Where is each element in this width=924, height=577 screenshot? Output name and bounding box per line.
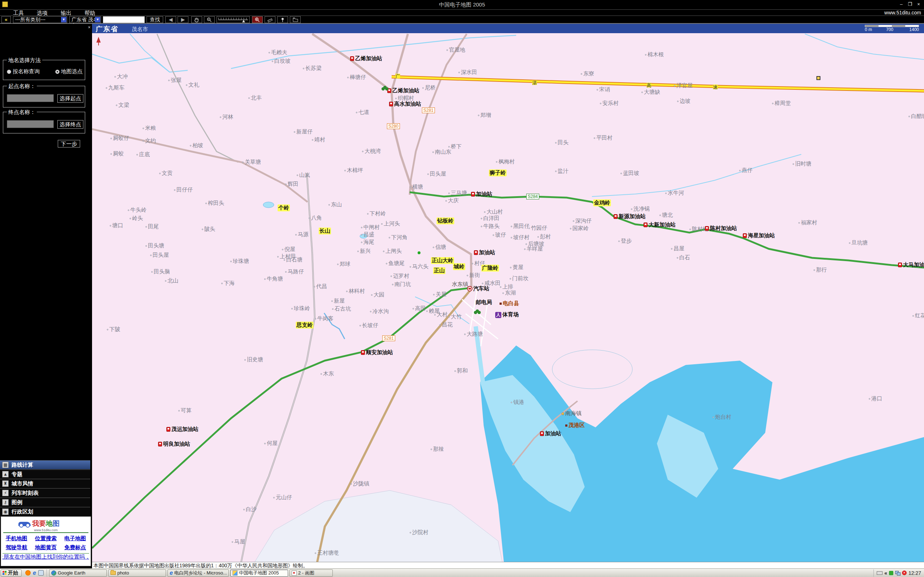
map-place-label: 马六头 [410, 263, 428, 270]
map-place-label: 水牛河 [665, 190, 684, 197]
taskbar-task-中国电子地图 2005[interactable]: 中国电子地图 2005 [230, 569, 288, 577]
promo-link-免费标点[interactable]: 免费标点 [64, 544, 86, 551]
place-dot-icon [362, 151, 363, 152]
network-icon[interactable] [895, 571, 900, 575]
place-dot-icon [392, 284, 393, 285]
menu-选项[interactable]: 选项 [37, 10, 48, 16]
gas-station-marker: 加油站 [474, 249, 495, 256]
map-place-label: 屙蛟 [110, 150, 124, 157]
antivirus-icon[interactable] [889, 571, 893, 575]
task-label: 2 - 画图 [298, 570, 314, 576]
taskbar-task-电白同乡论坛 - Microso...[interactable]: e电白同乡论坛 - Microso... [168, 569, 229, 577]
promo-link-位置搜索[interactable]: 位置搜索 [35, 535, 57, 542]
minimize-button[interactable]: – [897, 2, 905, 8]
measure-ruler-icon[interactable] [265, 16, 275, 23]
select-start-button[interactable]: 选择起点 [57, 94, 83, 103]
promo-link-地图黄页[interactable]: 地图黄页 [35, 544, 57, 551]
accordion-item-路线计算[interactable]: ▦路线计算 [0, 460, 90, 469]
folder-icon[interactable] [290, 16, 300, 23]
find-button[interactable]: 查找 [147, 16, 163, 23]
taskbar-task-Google Earth[interactable]: Google Earth [49, 569, 107, 577]
zoom-in-icon[interactable] [252, 16, 263, 23]
promo-link-手机地图[interactable]: 手机地图 [6, 535, 27, 542]
map-place-label: 旧史塘 [244, 356, 263, 363]
logo: 我要地图 www.51ditu.com [1, 517, 90, 531]
hill-label: 正山 [433, 267, 446, 274]
media-player-icon[interactable] [25, 570, 31, 575]
menu-工具[interactable]: 工具 [13, 10, 24, 16]
end-point-input[interactable] [7, 120, 54, 128]
forward-button[interactable]: ▶ [178, 16, 188, 23]
site-link[interactable]: www.51ditu.com [884, 10, 921, 16]
collapse-sidebar-button[interactable]: « [2, 16, 11, 23]
pan-hand-icon[interactable] [191, 16, 202, 23]
next-step-button[interactable]: 下一步 [58, 140, 80, 148]
region-icon: ◉ [2, 508, 9, 515]
start-button[interactable]: 开始 [1, 569, 22, 577]
accordion-item-列车时刻表[interactable]: ⚡列车时刻表 [0, 488, 90, 498]
fuel-pump-icon [350, 56, 354, 61]
accordion-item-城市风情[interactable]: ♜城市风情 [0, 479, 90, 488]
ie-icon[interactable]: e [33, 570, 36, 575]
tray-chevron-icon[interactable]: « [884, 570, 887, 576]
start-point-input[interactable] [7, 94, 54, 102]
road-badge-S281: S281 [382, 335, 395, 341]
restore-button[interactable]: ❐ [906, 2, 914, 8]
menu-帮助[interactable]: 帮助 [84, 10, 95, 16]
zoom-slider[interactable] [216, 16, 250, 23]
taskbar-task-photo[interactable]: photo [108, 569, 166, 577]
place-dot-icon [502, 292, 504, 294]
map-place-label: 木棉坪 [344, 167, 363, 174]
map-canvas[interactable]: 荔枝车毛赖夫白坟坡大冲九斯车张屋文礼北丰文梁河林米粮文约柏坡庄底屙蛟仔屙蛟文贡田… [92, 33, 924, 562]
place-dot-icon [205, 203, 207, 204]
place-dot-icon [291, 308, 293, 309]
slider-thumb[interactable] [242, 20, 245, 23]
accordion-item-行政区划[interactable]: ◉行政区划 [0, 507, 90, 516]
chevron-down-icon[interactable]: ▼ [95, 17, 100, 23]
place-dot-icon [913, 315, 914, 317]
chevron-down-icon[interactable]: ▼ [61, 17, 66, 23]
select-end-button[interactable]: 选择终点 [57, 120, 83, 129]
place-dot-icon [282, 249, 283, 250]
alert-icon[interactable]: × [902, 571, 907, 575]
promo-link-电子地图[interactable]: 电子地图 [64, 535, 86, 542]
sidebar-close-icon[interactable]: × [88, 24, 90, 30]
map-place-label: 关屋 [433, 291, 446, 298]
category-dropdown[interactable]: ---所有类别--- ▼ [13, 16, 67, 23]
promo-link-驾驶导航[interactable]: 驾驶导航 [6, 544, 27, 551]
search-input[interactable] [103, 16, 145, 23]
map-place-label: 下海 [221, 280, 234, 287]
clock[interactable]: 12:27 [908, 570, 921, 576]
map-place-label: 安乐村 [600, 100, 619, 107]
gas-station-marker: 大新加油站 [643, 221, 676, 228]
menu-输出[interactable]: 输出 [61, 10, 71, 16]
place-dot-icon [115, 76, 116, 77]
place-dot-icon [268, 52, 270, 53]
logo-subtitle: www.51ditu.com [1, 528, 90, 532]
taskbar-task-2 - 画图[interactable]: 2 - 画图 [289, 569, 333, 577]
accordion-item-图例[interactable]: ⚷图例 [0, 498, 90, 507]
accordion-item-专题[interactable]: ▲专题 [0, 469, 90, 479]
close-button[interactable]: × [914, 2, 922, 8]
zoom-out-icon[interactable] [204, 16, 215, 23]
map-place-label: 牛岗客 [315, 315, 333, 322]
map-place-label: 高田 [412, 305, 426, 312]
radio-按名称查询[interactable]: 按名称查询 [7, 68, 40, 75]
gas-station-marker: 海星加油站 [743, 232, 775, 239]
map-place-label: 宋诮 [597, 86, 610, 93]
car-logo-icon [18, 522, 31, 526]
region-dropdown[interactable]: 广东省 茂名市 ▼ [69, 16, 101, 23]
show-desktop-icon[interactable] [38, 570, 44, 575]
pushpin-icon[interactable] [277, 16, 288, 23]
keyboard-icon[interactable] [877, 571, 882, 575]
place-dot-icon [360, 325, 361, 326]
map-place-label: 九斯车 [106, 84, 124, 91]
place-dot-icon [285, 271, 287, 272]
back-button[interactable]: ◀ [165, 16, 176, 23]
place-dot-icon [284, 259, 285, 261]
radio-地图选点[interactable]: 地图选点 [55, 68, 82, 75]
map-place-label: 彭村 [538, 233, 551, 240]
toll-gate-icon [816, 76, 821, 80]
map-place-label: 下陂 [107, 326, 120, 333]
place-dot-icon [510, 278, 511, 279]
